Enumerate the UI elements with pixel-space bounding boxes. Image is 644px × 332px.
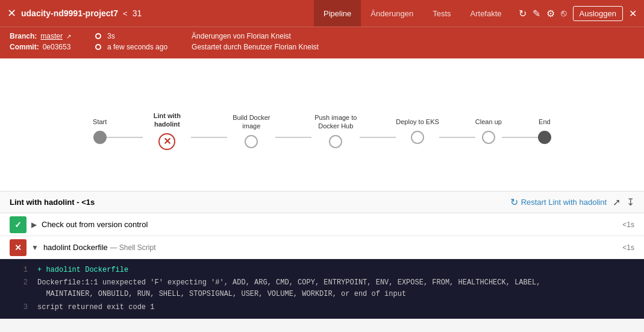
stage-end-label: End — [539, 117, 551, 126]
duration-icon — [95, 33, 101, 39]
log-content-3: script returned exit code 1 — [37, 302, 154, 313]
chevron-right-icon[interactable]: ▶ — [31, 221, 37, 229]
branch-row: Branch: master ↗ — [10, 32, 71, 40]
stage-end-node[interactable] — [538, 131, 551, 144]
restart-icon: ↻ — [510, 196, 518, 208]
step-time-hadolint: <1s — [622, 243, 634, 252]
tab-tests[interactable]: Tests — [423, 0, 460, 27]
time-ago: a few seconds ago — [107, 43, 167, 51]
restart-label: Restart Lint with hadolint — [521, 198, 607, 207]
branch-label: Branch: — [10, 32, 37, 40]
tab-pipeline[interactable]: Pipeline — [314, 0, 361, 27]
clock-icon — [95, 44, 101, 50]
step-name-hadolint: hadolint Dockerfile — Shell Script — [43, 243, 622, 252]
header-left: ✕ udacity-nd9991-project7 < 31 — [7, 7, 307, 20]
sub-header-timing: 3s a few seconds ago — [95, 32, 167, 51]
bottom-panel: Lint with hadolint - <1s ↻ Restart Lint … — [0, 191, 644, 319]
changes-by: Änderungen von Florian Kneist — [192, 32, 291, 40]
step-sub-label: — Shell Script — [110, 243, 155, 252]
sub-header-meta: Branch: master ↗ Commit: 0e03653 — [10, 32, 71, 51]
duration-value: 3s — [107, 32, 115, 40]
tab-artifacts[interactable]: Artefakte — [461, 0, 511, 27]
download-icon[interactable]: ↧ — [627, 196, 634, 208]
close-x-icon[interactable]: ✕ — [7, 7, 16, 20]
duration-row: 3s — [95, 32, 167, 40]
connector-1 — [191, 137, 227, 138]
restart-button[interactable]: ↻ Restart Lint with hadolint — [510, 196, 607, 208]
connector-5 — [502, 137, 538, 138]
log-content-2: Dockerfile:1:1 unexpected 'F' expecting … — [37, 277, 540, 300]
started-by: Gestartet durch Benutzer Florian Kneist — [192, 43, 319, 51]
exit-icon[interactable]: ⎋ — [561, 8, 567, 19]
stage-lint: Lint with hadolint ✕ — [143, 111, 191, 151]
stage-deploy-node[interactable] — [411, 131, 424, 144]
stage-cleanup: Clean up — [475, 117, 502, 144]
stage-push-label: Push image to Docker Hub — [311, 113, 360, 131]
step-row-hadolint: ✕ ▼ hadolint Dockerfile — Shell Script <… — [0, 236, 644, 259]
log-line-3: 3 script returned exit code 1 — [0, 301, 644, 314]
step-row-checkout: ✓ ▶ Check out from version control <1s — [0, 213, 644, 236]
commit-row: Commit: 0e03653 — [10, 43, 71, 51]
chevron-down-icon[interactable]: ▼ — [31, 243, 39, 252]
settings-icon[interactable]: ⚙ — [546, 8, 555, 19]
connector-2 — [275, 137, 311, 138]
branch-link-icon: ↗ — [66, 33, 71, 40]
sub-header-right: Änderungen von Florian Kneist Gestartet … — [192, 32, 319, 51]
stage-start-node[interactable] — [93, 131, 107, 144]
log-line-1: 1 + hadolint Dockerfile — [0, 264, 644, 277]
build-number: 31 — [133, 8, 142, 18]
log-area: 1 + hadolint Dockerfile 2 Dockerfile:1:1… — [0, 259, 644, 319]
logout-button[interactable]: Ausloggen — [573, 6, 623, 21]
error-x-icon: ✕ — [163, 137, 171, 146]
time-row: a few seconds ago — [95, 43, 167, 51]
panel-title: Lint with hadolint - <1s — [10, 198, 95, 207]
stage-cleanup-label: Clean up — [475, 117, 502, 126]
log-content-1: + hadolint Dockerfile — [37, 265, 128, 276]
stage-deploy: Deploy to EKS — [396, 117, 439, 144]
step-time-checkout: <1s — [622, 221, 634, 229]
header-icons: ↻ ✎ ⚙ ⎋ Ausloggen ✕ — [519, 6, 637, 21]
edit-icon[interactable]: ✎ — [533, 8, 540, 19]
sub-header: Branch: master ↗ Commit: 0e03653 3s a fe… — [0, 27, 644, 58]
step-status-fail: ✕ — [10, 239, 27, 256]
stage-build-label: Build Docker image — [227, 113, 275, 131]
main-header: ✕ udacity-nd9991-project7 < 31 Pipeline … — [0, 0, 644, 27]
stage-lint-label: Lint with hadolint — [143, 111, 191, 129]
connector-4 — [439, 137, 475, 138]
changes-by-row: Änderungen von Florian Kneist — [192, 32, 319, 40]
stage-lint-node[interactable]: ✕ — [158, 133, 175, 150]
commit-value: 0e03653 — [43, 43, 71, 51]
stage-deploy-label: Deploy to EKS — [396, 117, 439, 126]
stage-cleanup-node[interactable] — [482, 131, 495, 144]
stage-build: Build Docker image — [227, 113, 275, 149]
panel-actions: ↻ Restart Lint with hadolint ➚ ↧ — [510, 196, 634, 208]
pipeline-stages: Start Lint with hadolint ✕ Build Docker … — [93, 111, 551, 151]
log-line-num-1: 1 — [10, 265, 28, 276]
log-line-num-2: 2 — [10, 277, 28, 300]
branch-value[interactable]: master — [40, 32, 63, 40]
tab-changes[interactable]: Änderungen — [361, 0, 423, 27]
connector-3 — [360, 137, 396, 138]
panel-header: Lint with hadolint - <1s ↻ Restart Lint … — [0, 192, 644, 213]
project-name: udacity-nd9991-project7 — [21, 8, 118, 18]
step-status-success: ✓ — [10, 216, 27, 233]
close-button[interactable]: ✕ — [629, 8, 637, 19]
stage-start-label: Start — [93, 117, 107, 126]
header-tabs: Pipeline Änderungen Tests Artefakte — [314, 0, 511, 27]
log-line-2: 2 Dockerfile:1:1 unexpected 'F' expectin… — [0, 277, 644, 301]
stage-start: Start — [93, 117, 107, 144]
connector-0 — [107, 137, 143, 138]
stage-end: End — [538, 117, 551, 144]
pipeline-area: Start Lint with hadolint ✕ Build Docker … — [0, 58, 644, 191]
commit-label: Commit: — [10, 43, 39, 51]
step-name-checkout: Check out from version control — [42, 220, 622, 229]
log-line-num-3: 3 — [10, 302, 28, 313]
stage-push: Push image to Docker Hub — [311, 113, 360, 149]
separator: < — [123, 9, 128, 18]
refresh-icon[interactable]: ↻ — [519, 8, 527, 19]
started-by-row: Gestartet durch Benutzer Florian Kneist — [192, 43, 319, 51]
open-external-icon[interactable]: ➚ — [613, 196, 621, 208]
stage-build-node[interactable] — [245, 135, 258, 148]
stage-push-node[interactable] — [329, 135, 342, 148]
